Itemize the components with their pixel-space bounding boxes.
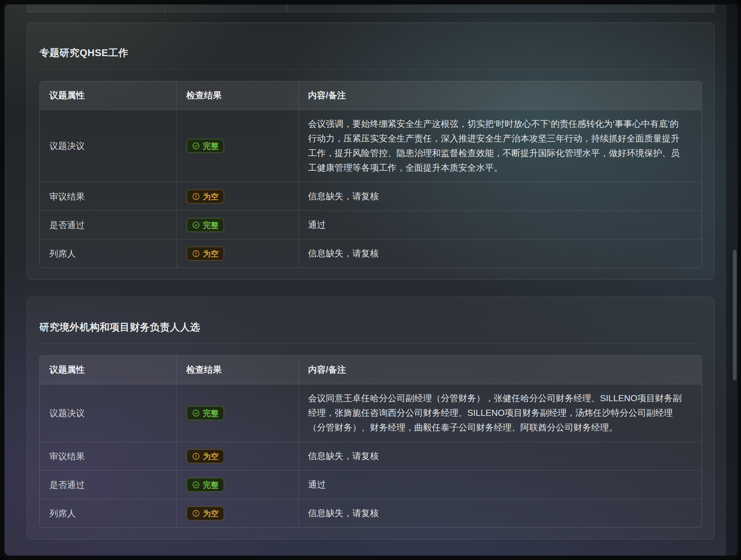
table-row: 议题决议 完整 会议同意王卓任哈分公司副经理（分管财务），张健任哈分公司财务经理… (40, 384, 702, 442)
content-cell: 信息缺失，请复核 (298, 239, 702, 268)
status-badge-label: 完整 (203, 480, 219, 489)
content-cell: 通过 (298, 471, 702, 499)
content-cell: 信息缺失，请复核 (298, 182, 702, 211)
status-badge-empty: 为空 (186, 247, 224, 261)
status-badge-label: 为空 (203, 509, 219, 518)
status-badge-label: 为空 (203, 452, 219, 461)
section-title: 专题研究QHSE工作 (39, 46, 702, 60)
alert-circle-icon (192, 192, 200, 201)
section-title: 研究境外机构和项目财务负责人人选 (39, 320, 702, 334)
attribute-cell: 审议结果 (40, 182, 177, 211)
section-card-overseas-finance: 研究境外机构和项目财务负责人人选 议题属性 检查结果 内容/备注 (27, 297, 714, 540)
report-viewport: 专题研究QHSE工作 议题属性 检查结果 内容/备注 (4, 4, 738, 556)
title-divider (39, 343, 702, 344)
check-circle-icon (192, 221, 200, 229)
table-header-row: 议题属性 检查结果 内容/备注 (40, 81, 702, 110)
alert-circle-icon (192, 452, 200, 460)
table-row: 列席人 为空 信息缺失，请复核 (40, 239, 702, 268)
check-circle-icon (192, 409, 200, 417)
scrollbar-track[interactable] (726, 4, 738, 556)
attribute-cell: 议题决议 (40, 384, 177, 442)
check-circle-icon (192, 481, 200, 489)
attribute-cell: 审议结果 (40, 442, 177, 471)
content-cell: 会议强调，要始终绷紧安全生产这根弦，切实把‘时时放心不下’的责任感转化为‘事事心… (298, 110, 702, 182)
header-check-result: 检查结果 (177, 356, 298, 384)
scrollbar-thumb[interactable] (733, 250, 737, 380)
header-attribute: 议题属性 (40, 356, 177, 384)
agenda-check-table: 议题属性 检查结果 内容/备注 议题决议 (39, 355, 702, 528)
status-badge-empty: 为空 (186, 449, 224, 463)
status-cell: 完整 (177, 384, 298, 442)
header-content-remark: 内容/备注 (298, 356, 702, 384)
header-attribute: 议题属性 (40, 81, 177, 110)
table-row: 议题决议 完整 会议强调，要始终绷紧安全生产这根弦，切实把‘时时放心不下’的责任… (40, 110, 702, 182)
status-cell: 完整 (177, 110, 298, 182)
header-content-remark: 内容/备注 (298, 81, 702, 110)
status-badge-label: 完整 (203, 221, 219, 230)
attribute-cell: 议题决议 (40, 110, 177, 182)
window-frame: 专题研究QHSE工作 议题属性 检查结果 内容/备注 (0, 0, 741, 560)
status-cell: 完整 (177, 211, 298, 239)
alert-circle-icon (192, 509, 200, 517)
content-cell: 信息缺失，请复核 (298, 442, 702, 471)
content-cell: 信息缺失，请复核 (298, 499, 702, 528)
table-row: 列席人 为空 信息缺失，请复核 (40, 499, 702, 528)
status-badge-label: 为空 (203, 192, 219, 201)
content-cell: 会议同意王卓任哈分公司副经理（分管财务），张健任哈分公司财务经理、SILLENO… (298, 384, 702, 442)
status-badge-label: 完整 (203, 141, 219, 150)
status-cell: 为空 (177, 442, 298, 471)
status-badge-complete: 完整 (186, 139, 224, 153)
header-check-result: 检查结果 (177, 81, 298, 110)
section-card-qhse: 专题研究QHSE工作 议题属性 检查结果 内容/备注 (27, 22, 714, 280)
table-row: 审议结果 为空 信息缺失，请复核 (40, 442, 702, 471)
status-cell: 为空 (177, 239, 298, 268)
attribute-cell: 是否通过 (40, 211, 177, 239)
status-badge-empty: 为空 (186, 189, 224, 204)
status-cell: 为空 (177, 182, 298, 211)
status-badge-label: 完整 (203, 409, 219, 418)
table-header-row: 议题属性 检查结果 内容/备注 (40, 356, 702, 384)
content-cell: 通过 (298, 211, 702, 239)
table-row: 是否通过 完整 通过 (40, 211, 702, 239)
status-badge-complete: 完整 (186, 478, 224, 492)
title-divider (39, 69, 702, 69)
attribute-cell: 列席人 (40, 499, 177, 528)
attribute-cell: 列席人 (40, 239, 177, 268)
scroll-content: 专题研究QHSE工作 议题属性 检查结果 内容/备注 (4, 4, 726, 556)
attribute-cell: 是否通过 (40, 471, 177, 499)
alert-circle-icon (192, 250, 200, 258)
table-row: 审议结果 为空 信息缺失，请复核 (40, 182, 702, 211)
table-row: 是否通过 完整 通过 (40, 471, 702, 499)
previous-table-fragment (27, 5, 714, 12)
column-divider (287, 5, 288, 12)
status-cell: 为空 (177, 499, 298, 528)
column-divider (165, 5, 165, 12)
status-badge-complete: 完整 (186, 218, 224, 232)
status-badge-complete: 完整 (186, 406, 224, 420)
status-badge-empty: 为空 (186, 506, 224, 521)
check-circle-icon (192, 142, 200, 150)
status-badge-label: 为空 (203, 249, 219, 258)
agenda-check-table: 议题属性 检查结果 内容/备注 议题决议 (39, 81, 702, 268)
status-cell: 完整 (177, 471, 298, 499)
